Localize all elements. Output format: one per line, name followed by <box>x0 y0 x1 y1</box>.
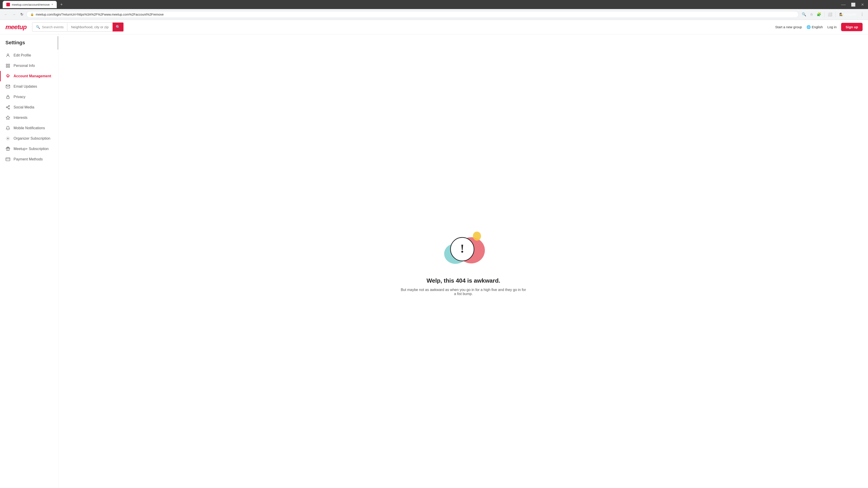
main-layout: Settings Edit ProfilePersonal InfoAccoun… <box>0 34 868 488</box>
privacy-icon <box>5 94 10 99</box>
svg-rect-5 <box>8 66 10 68</box>
sidebar-item-payment-methods-label: Payment Methods <box>13 157 43 161</box>
svg-point-1 <box>7 54 9 55</box>
tab-title: meetup.com/account/remove <box>12 3 50 6</box>
svg-rect-2 <box>6 64 8 66</box>
svg-point-9 <box>8 105 10 107</box>
tab-close-button[interactable]: × <box>52 3 53 6</box>
search-icon: 🔍 <box>36 25 40 29</box>
topnav-right: Start a new group 🌐 English Log in Sign … <box>775 23 863 31</box>
toolbar-right: 🔍 ☆ 🧩 ⬜ 🕵️ Incognito ⋮ <box>800 11 865 18</box>
incognito-icon: 🕵️ <box>839 13 843 16</box>
search-area: 🔍 Search events 🔍 <box>32 22 124 32</box>
sidebar-item-edit-profile-label: Edit Profile <box>13 53 31 57</box>
organizer-subscription-icon <box>5 136 10 141</box>
language-button[interactable]: 🌐 English <box>807 25 823 29</box>
login-link[interactable]: Log in <box>827 25 837 29</box>
sidebar-item-edit-profile[interactable]: Edit Profile <box>0 50 59 61</box>
account-management-icon <box>5 74 10 78</box>
settings-sidebar: Settings Edit ProfilePersonal InfoAccoun… <box>0 34 59 488</box>
sidebar-item-meetup-plus[interactable]: Meetup+ Subscription <box>0 144 59 154</box>
error-illustration: ! <box>438 227 488 268</box>
browser-tab[interactable]: meetup.com/account/remove × <box>3 1 57 8</box>
incognito-indicator: 🕵️ Incognito <box>837 12 858 17</box>
search-events-label: 🔍 Search events <box>32 23 68 31</box>
address-bar[interactable]: 🔒 meetup.com/login/?returnUri=https%3A%2… <box>26 11 799 18</box>
main-content: ! Welp, this 404 is awkward. But maybe n… <box>59 34 868 488</box>
search-toolbar-button[interactable]: 🔍 <box>800 11 808 18</box>
signup-button[interactable]: Sign up <box>841 23 863 31</box>
svg-rect-19 <box>6 158 10 161</box>
sidebar-item-organizer-subscription[interactable]: Organizer Subscription <box>0 133 59 144</box>
svg-rect-3 <box>8 64 10 66</box>
svg-point-10 <box>6 107 7 108</box>
sidebar-item-email-updates-label: Email Updates <box>13 85 37 89</box>
meetup-plus-icon <box>5 147 10 151</box>
error-subtitle: But maybe not as awkward as when you go … <box>400 288 527 296</box>
sidebar-item-social-media-label: Social Media <box>13 105 34 109</box>
back-button[interactable]: ← <box>3 11 9 18</box>
error-title: Welp, this 404 is awkward. <box>427 277 500 284</box>
scrollbar-thumb <box>57 36 58 50</box>
sidebar-item-interests[interactable]: Interests <box>0 112 59 123</box>
svg-line-12 <box>7 107 8 108</box>
start-group-link[interactable]: Start a new group <box>775 25 802 29</box>
sidebar-item-personal-info[interactable]: Personal Info <box>0 61 59 71</box>
bookmark-button[interactable]: ☆ <box>809 11 814 18</box>
sidebar-item-privacy-label: Privacy <box>13 95 25 99</box>
sidebar-item-privacy[interactable]: Privacy <box>0 92 59 102</box>
split-view-button[interactable]: ⬜ <box>827 11 834 18</box>
sidebar-item-account-management[interactable]: Account Management <box>0 71 59 81</box>
reload-button[interactable]: ↻ <box>19 11 25 18</box>
personal-info-icon <box>5 63 10 68</box>
search-submit-button[interactable]: 🔍 <box>113 23 123 31</box>
address-text: meetup.com/login/?returnUri=https%3A%2F%… <box>36 13 164 16</box>
minimize-button[interactable]: — <box>840 1 847 8</box>
browser-toolbar: ← → ↻ 🔒 meetup.com/login/?returnUri=http… <box>0 9 868 20</box>
page: meetup 🔍 Search events 🔍 Start a new gro… <box>0 20 868 488</box>
browser-frame: meetup.com/account/remove × + — ⬜ ✕ ← → … <box>0 0 868 20</box>
svg-marker-14 <box>6 116 10 120</box>
sidebar-nav: Edit ProfilePersonal InfoAccount Managem… <box>0 50 59 164</box>
top-navigation: meetup 🔍 Search events 🔍 Start a new gro… <box>0 20 868 34</box>
email-updates-icon <box>5 84 10 89</box>
forward-button[interactable]: → <box>11 11 17 18</box>
meetup-favicon <box>6 3 10 6</box>
social-media-icon <box>5 105 10 110</box>
edit-profile-icon <box>5 53 10 58</box>
svg-point-6 <box>7 76 8 77</box>
menu-button[interactable]: ⋮ <box>859 11 865 18</box>
sidebar-item-interests-label: Interests <box>13 116 27 120</box>
sidebar-item-personal-info-label: Personal Info <box>13 64 35 68</box>
payment-methods-icon <box>5 157 10 162</box>
sidebar-item-email-updates[interactable]: Email Updates <box>0 81 59 92</box>
sidebar-item-organizer-subscription-label: Organizer Subscription <box>13 136 51 140</box>
incognito-label: Incognito <box>844 13 856 16</box>
settings-title: Settings <box>0 40 59 50</box>
svg-point-25 <box>473 232 481 240</box>
interests-icon <box>5 115 10 120</box>
maximize-button[interactable]: ⬜ <box>850 1 857 8</box>
svg-point-11 <box>8 108 10 109</box>
search-submit-icon: 🔍 <box>116 25 120 29</box>
location-input[interactable] <box>67 23 113 31</box>
language-label: English <box>812 25 823 29</box>
meetup-logo[interactable]: meetup <box>5 24 27 31</box>
extensions-button[interactable]: 🧩 <box>815 11 823 18</box>
sidebar-item-account-management-label: Account Management <box>13 74 51 78</box>
sidebar-item-payment-methods[interactable]: Payment Methods <box>0 154 59 164</box>
close-window-button[interactable]: ✕ <box>860 1 865 8</box>
error-svg: ! <box>438 227 488 267</box>
svg-rect-8 <box>6 97 9 98</box>
svg-text:!: ! <box>460 242 464 255</box>
address-lock-icon: 🔒 <box>30 13 34 16</box>
scroll-down-indicator: ▼ <box>57 483 59 488</box>
sidebar-item-meetup-plus-label: Meetup+ Subscription <box>13 147 49 151</box>
sidebar-item-mobile-notifications[interactable]: Mobile Notifications <box>0 123 59 133</box>
mobile-notifications-icon <box>5 126 10 131</box>
sidebar-item-social-media[interactable]: Social Media <box>0 102 59 112</box>
globe-icon: 🌐 <box>807 25 811 29</box>
svg-line-13 <box>7 106 8 107</box>
new-tab-button[interactable]: + <box>59 1 65 8</box>
sidebar-scrollbar[interactable]: ▼ <box>57 34 59 488</box>
